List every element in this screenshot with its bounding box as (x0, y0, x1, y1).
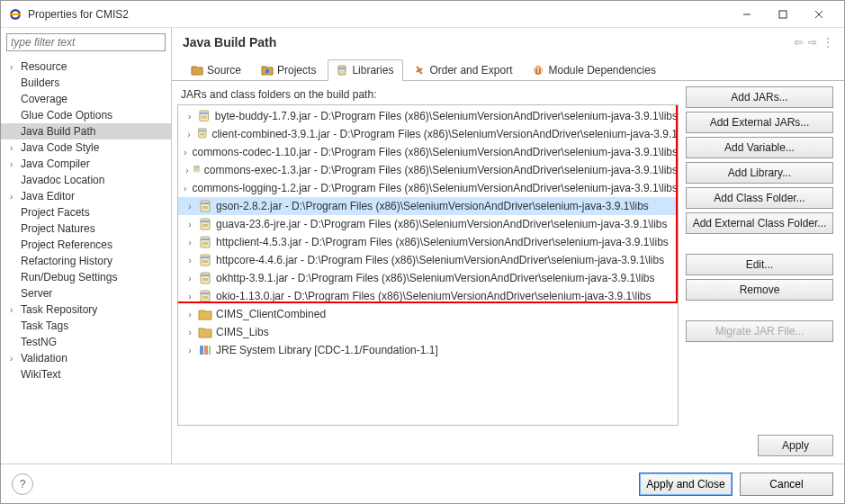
jar-item[interactable]: ›okhttp-3.9.1.jar - D:\Program Files (x8… (178, 269, 678, 287)
jar-icon (198, 289, 212, 303)
jar-item[interactable]: ›byte-buddy-1.7.9.jar - D:\Program Files… (178, 107, 678, 125)
jar-listbox: ›byte-buddy-1.7.9.jar - D:\Program Files… (177, 104, 679, 426)
sidebar-item[interactable]: ›Java Editor (1, 188, 171, 204)
sidebar-item[interactable]: Glue Code Options (1, 107, 171, 123)
sidebar-item[interactable]: WikiText (1, 366, 171, 382)
chevron-icon[interactable]: › (184, 112, 195, 122)
add-class-folder-button[interactable]: Add Class Folder... (686, 187, 833, 209)
chevron-icon[interactable]: › (184, 292, 196, 302)
jar-item[interactable]: ›commons-logging-1.2.jar - D:\Program Fi… (178, 179, 678, 197)
tab-module-dependencies[interactable]: mModule Dependencies (524, 59, 665, 81)
sidebar-item[interactable]: ›Task Repository (1, 302, 171, 318)
sidebar-item[interactable]: Task Tags (1, 318, 171, 334)
apply-and-close-button[interactable]: Apply and Close (639, 472, 733, 496)
back-icon[interactable]: ⇦ (794, 36, 803, 49)
chevron-icon[interactable]: › (184, 310, 196, 320)
cancel-button[interactable]: Cancel (740, 472, 833, 496)
add-library-button[interactable]: Add Library... (686, 162, 833, 184)
sidebar-item[interactable]: Coverage (1, 91, 171, 107)
chevron-icon[interactable]: › (184, 238, 196, 248)
sidebar-item[interactable]: Javadoc Location (1, 172, 171, 188)
jar-item[interactable]: ›httpcore-4.4.6.jar - D:\Program Files (… (178, 251, 678, 269)
jar-item-label: CIMS_Libs (216, 326, 269, 338)
chevron-icon[interactable]: › (184, 274, 196, 284)
maximize-button[interactable] (765, 2, 801, 27)
menu-icon[interactable]: ⋮ (823, 36, 833, 49)
chevron-icon: › (10, 159, 19, 169)
sidebar-item[interactable]: Run/Debug Settings (1, 269, 171, 285)
svg-rect-38 (202, 260, 208, 263)
tab-order-and-export[interactable]: Order and Export (405, 59, 522, 81)
add-external-class-folder-button[interactable]: Add External Class Folder... (686, 212, 833, 234)
add-variable-button[interactable]: Add Variable... (686, 137, 833, 158)
sidebar-item[interactable]: Project Natures (1, 220, 171, 237)
jar-item[interactable]: ›commons-exec-1.3.jar - D:\Program Files… (178, 161, 678, 179)
add-external-jars-button[interactable]: Add External JARs... (686, 112, 833, 133)
svg-rect-46 (204, 346, 208, 355)
sidebar-item-label: Server (19, 287, 52, 300)
sidebar-item[interactable]: ›Validation (1, 350, 171, 366)
edit-button[interactable]: Edit... (686, 254, 833, 275)
add-jars-button[interactable]: Add JARs... (686, 86, 833, 108)
chevron-icon[interactable]: › (184, 202, 196, 212)
chevron-icon[interactable]: › (184, 130, 194, 140)
tab-label: Libraries (352, 64, 393, 76)
jar-item[interactable]: ›CIMS_ClientCombined (178, 305, 678, 323)
sidebar-item-label: TestNG (19, 336, 57, 348)
migrate-jar-button: Migrate JAR File... (686, 320, 833, 342)
forward-icon[interactable]: ⇨ (808, 36, 817, 49)
svg-rect-16 (198, 130, 205, 131)
filter-input[interactable] (6, 33, 166, 51)
jar-item[interactable]: ›client-combined-3.9.1.jar - D:\Program … (178, 125, 678, 143)
sidebar-item[interactable]: Server (1, 285, 171, 302)
jar-item[interactable]: ›commons-codec-1.10.jar - D:\Program Fil… (178, 143, 678, 161)
sidebar-item[interactable]: Project References (1, 237, 171, 253)
sidebar-item[interactable]: Refactoring History (1, 253, 171, 269)
jar-list[interactable]: ›byte-buddy-1.7.9.jar - D:\Program Files… (178, 105, 678, 425)
tab-projects[interactable]: Projects (253, 59, 326, 81)
chevron-icon[interactable]: › (184, 256, 196, 266)
jar-section-label: JARs and class folders on the build path… (181, 88, 675, 101)
jar-item-label: commons-exec-1.3.jar - D:\Program Files … (204, 164, 678, 176)
jar-item-label: okio-1.13.0.jar - D:\Program Files (x86)… (216, 290, 652, 302)
jar-icon (198, 199, 212, 213)
close-button[interactable] (801, 2, 837, 27)
jar-icon (198, 253, 212, 267)
remove-button[interactable]: Remove (686, 279, 833, 301)
chevron-icon[interactable]: › (184, 148, 186, 158)
svg-rect-22 (194, 166, 200, 167)
sidebar-item[interactable]: Builders (1, 75, 171, 91)
module-icon: m (532, 64, 544, 76)
sidebar-item[interactable]: ›Resource (1, 58, 171, 75)
tab-libraries[interactable]: Libraries (328, 59, 403, 81)
svg-rect-17 (200, 133, 204, 136)
sidebar-item-label: Builders (19, 76, 59, 89)
minimize-button[interactable] (729, 2, 765, 27)
jar-item[interactable]: ›httpclient-4.5.3.jar - D:\Program Files… (178, 233, 678, 251)
sidebar-item[interactable]: Project Facets (1, 204, 171, 220)
sidebar-tree[interactable]: ›ResourceBuildersCoverageGlue Code Optio… (1, 57, 171, 464)
sidebar-item[interactable]: ›Java Code Style (1, 140, 171, 156)
chevron-icon[interactable]: › (184, 166, 191, 176)
sidebar-item[interactable]: TestNG (1, 334, 171, 350)
jar-item[interactable]: ›gson-2.8.2.jar - D:\Program Files (x86)… (178, 197, 678, 215)
apply-button[interactable]: Apply (758, 435, 833, 456)
jar-icon (197, 109, 211, 123)
jar-item[interactable]: ›guava-23.6-jre.jar - D:\Program Files (… (178, 215, 678, 233)
tab-label: Order and Export (429, 64, 512, 76)
chevron-icon[interactable]: › (184, 328, 196, 338)
svg-rect-43 (201, 292, 210, 294)
chevron-icon[interactable]: › (184, 346, 196, 356)
jar-item[interactable]: ›okio-1.13.0.jar - D:\Program Files (x86… (178, 287, 678, 305)
svg-rect-2 (10, 14, 21, 15)
tab-source[interactable]: Source (183, 59, 251, 81)
chevron-icon[interactable]: › (184, 184, 186, 194)
jar-item[interactable]: ›JRE System Library [CDC-1.1/Foundation-… (178, 341, 678, 359)
chevron-icon[interactable]: › (184, 220, 196, 230)
sidebar-item[interactable]: Java Build Path (1, 123, 171, 140)
chevron-icon: › (10, 143, 19, 153)
jar-item[interactable]: ›CIMS_Libs (178, 323, 678, 341)
help-button[interactable]: ? (12, 473, 33, 495)
apply-row: Apply (172, 431, 844, 464)
sidebar-item[interactable]: ›Java Compiler (1, 156, 171, 172)
